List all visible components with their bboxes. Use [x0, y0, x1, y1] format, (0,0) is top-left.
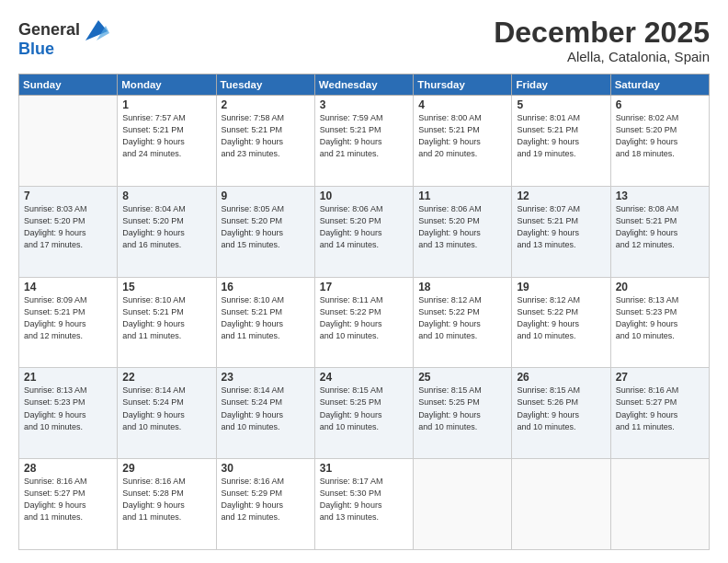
- day-info: Sunrise: 8:15 AM Sunset: 5:26 PM Dayligh…: [517, 385, 605, 432]
- day-number: 4: [418, 98, 506, 111]
- table-cell: 22Sunrise: 8:14 AM Sunset: 5:24 PM Dayli…: [118, 368, 216, 459]
- table-cell: 13Sunrise: 8:08 AM Sunset: 5:21 PM Dayli…: [610, 186, 709, 277]
- calendar-week-row: 7Sunrise: 8:03 AM Sunset: 5:20 PM Daylig…: [19, 186, 710, 277]
- day-info: Sunrise: 8:10 AM Sunset: 5:21 PM Dayligh…: [122, 294, 210, 342]
- day-number: 19: [517, 281, 605, 293]
- day-info: Sunrise: 8:16 AM Sunset: 5:27 PM Dayligh…: [24, 476, 112, 523]
- day-number: 6: [616, 98, 704, 111]
- day-number: 20: [616, 281, 704, 293]
- table-cell: 10Sunrise: 8:06 AM Sunset: 5:20 PM Dayli…: [314, 186, 413, 277]
- day-number: 29: [122, 462, 210, 475]
- table-cell: 30Sunrise: 8:16 AM Sunset: 5:29 PM Dayli…: [216, 459, 314, 550]
- logo: General Blue: [18, 17, 109, 59]
- calendar-week-row: 1Sunrise: 7:57 AM Sunset: 5:21 PM Daylig…: [19, 96, 710, 187]
- day-info: Sunrise: 8:15 AM Sunset: 5:25 PM Dayligh…: [320, 385, 408, 432]
- table-cell: [414, 459, 512, 550]
- day-number: 17: [320, 281, 408, 293]
- day-info: Sunrise: 8:03 AM Sunset: 5:20 PM Dayligh…: [24, 203, 112, 251]
- table-cell: 19Sunrise: 8:12 AM Sunset: 5:22 PM Dayli…: [512, 277, 610, 368]
- logo-icon: [82, 17, 109, 44]
- day-number: 22: [122, 371, 210, 384]
- day-number: 8: [122, 190, 210, 202]
- day-number: 9: [222, 190, 310, 202]
- day-number: 13: [616, 190, 704, 202]
- title-block: December 2025 Alella, Catalonia, Spain: [494, 17, 710, 64]
- day-number: 25: [418, 371, 506, 384]
- day-info: Sunrise: 8:01 AM Sunset: 5:21 PM Dayligh…: [517, 112, 605, 160]
- table-cell: 16Sunrise: 8:10 AM Sunset: 5:21 PM Dayli…: [216, 277, 314, 368]
- table-cell: 24Sunrise: 8:15 AM Sunset: 5:25 PM Dayli…: [314, 368, 413, 459]
- day-number: 27: [616, 371, 704, 384]
- day-number: 15: [122, 281, 210, 293]
- table-cell: [512, 459, 610, 550]
- day-info: Sunrise: 8:16 AM Sunset: 5:29 PM Dayligh…: [222, 476, 310, 523]
- table-cell: 25Sunrise: 8:15 AM Sunset: 5:25 PM Dayli…: [414, 368, 512, 459]
- day-number: 3: [320, 98, 408, 111]
- logo-text-line1: General: [18, 21, 80, 40]
- col-sunday: Sunday: [19, 75, 118, 96]
- day-number: 11: [418, 190, 506, 202]
- day-number: 16: [222, 281, 310, 293]
- day-number: 7: [24, 190, 112, 202]
- day-number: 31: [320, 462, 408, 475]
- calendar-week-row: 21Sunrise: 8:13 AM Sunset: 5:23 PM Dayli…: [19, 368, 710, 459]
- col-friday: Friday: [512, 75, 610, 96]
- day-info: Sunrise: 8:06 AM Sunset: 5:20 PM Dayligh…: [418, 203, 506, 251]
- calendar-header-row: Sunday Monday Tuesday Wednesday Thursday…: [19, 75, 710, 96]
- day-number: 2: [222, 98, 310, 111]
- calendar-table: Sunday Monday Tuesday Wednesday Thursday…: [18, 74, 710, 550]
- day-number: 14: [24, 281, 112, 293]
- table-cell: 8Sunrise: 8:04 AM Sunset: 5:20 PM Daylig…: [118, 186, 216, 277]
- header: General Blue December 2025 Alella, Catal…: [18, 17, 710, 64]
- table-cell: 3Sunrise: 7:59 AM Sunset: 5:21 PM Daylig…: [314, 96, 413, 187]
- day-number: 24: [320, 371, 408, 384]
- table-cell: [610, 459, 709, 550]
- table-cell: 12Sunrise: 8:07 AM Sunset: 5:21 PM Dayli…: [512, 186, 610, 277]
- table-cell: 9Sunrise: 8:05 AM Sunset: 5:20 PM Daylig…: [216, 186, 314, 277]
- day-info: Sunrise: 7:57 AM Sunset: 5:21 PM Dayligh…: [122, 112, 210, 160]
- day-info: Sunrise: 8:13 AM Sunset: 5:23 PM Dayligh…: [24, 385, 112, 432]
- table-cell: 14Sunrise: 8:09 AM Sunset: 5:21 PM Dayli…: [19, 277, 118, 368]
- table-cell: 5Sunrise: 8:01 AM Sunset: 5:21 PM Daylig…: [512, 96, 610, 187]
- table-cell: 18Sunrise: 8:12 AM Sunset: 5:22 PM Dayli…: [414, 277, 512, 368]
- table-cell: 26Sunrise: 8:15 AM Sunset: 5:26 PM Dayli…: [512, 368, 610, 459]
- day-info: Sunrise: 8:15 AM Sunset: 5:25 PM Dayligh…: [418, 385, 506, 432]
- day-info: Sunrise: 8:16 AM Sunset: 5:28 PM Dayligh…: [122, 476, 210, 523]
- page: General Blue December 2025 Alella, Catal…: [0, 0, 728, 563]
- table-cell: 31Sunrise: 8:17 AM Sunset: 5:30 PM Dayli…: [314, 459, 413, 550]
- day-info: Sunrise: 7:59 AM Sunset: 5:21 PM Dayligh…: [320, 112, 408, 160]
- day-number: 12: [517, 190, 605, 202]
- day-number: 1: [122, 98, 210, 111]
- table-cell: 11Sunrise: 8:06 AM Sunset: 5:20 PM Dayli…: [414, 186, 512, 277]
- day-number: 5: [517, 98, 605, 111]
- table-cell: 17Sunrise: 8:11 AM Sunset: 5:22 PM Dayli…: [314, 277, 413, 368]
- day-info: Sunrise: 8:16 AM Sunset: 5:27 PM Dayligh…: [616, 385, 704, 432]
- table-cell: 6Sunrise: 8:02 AM Sunset: 5:20 PM Daylig…: [610, 96, 709, 187]
- day-info: Sunrise: 8:13 AM Sunset: 5:23 PM Dayligh…: [616, 294, 704, 342]
- calendar-week-row: 28Sunrise: 8:16 AM Sunset: 5:27 PM Dayli…: [19, 459, 710, 550]
- table-cell: 21Sunrise: 8:13 AM Sunset: 5:23 PM Dayli…: [19, 368, 118, 459]
- day-info: Sunrise: 8:07 AM Sunset: 5:21 PM Dayligh…: [517, 203, 605, 251]
- day-info: Sunrise: 8:10 AM Sunset: 5:21 PM Dayligh…: [222, 294, 310, 342]
- day-info: Sunrise: 8:00 AM Sunset: 5:21 PM Dayligh…: [418, 112, 506, 160]
- day-number: 10: [320, 190, 408, 202]
- day-info: Sunrise: 8:17 AM Sunset: 5:30 PM Dayligh…: [320, 476, 408, 523]
- day-info: Sunrise: 8:04 AM Sunset: 5:20 PM Dayligh…: [122, 203, 210, 251]
- col-thursday: Thursday: [414, 75, 512, 96]
- day-info: Sunrise: 8:05 AM Sunset: 5:20 PM Dayligh…: [222, 203, 310, 251]
- table-cell: 4Sunrise: 8:00 AM Sunset: 5:21 PM Daylig…: [414, 96, 512, 187]
- day-number: 30: [222, 462, 310, 475]
- day-number: 26: [517, 371, 605, 384]
- day-info: Sunrise: 8:06 AM Sunset: 5:20 PM Dayligh…: [320, 203, 408, 251]
- day-number: 28: [24, 462, 112, 475]
- table-cell: 20Sunrise: 8:13 AM Sunset: 5:23 PM Dayli…: [610, 277, 709, 368]
- day-info: Sunrise: 8:02 AM Sunset: 5:20 PM Dayligh…: [616, 112, 704, 160]
- calendar-week-row: 14Sunrise: 8:09 AM Sunset: 5:21 PM Dayli…: [19, 277, 710, 368]
- table-cell: 15Sunrise: 8:10 AM Sunset: 5:21 PM Dayli…: [118, 277, 216, 368]
- day-info: Sunrise: 7:58 AM Sunset: 5:21 PM Dayligh…: [222, 112, 310, 160]
- col-tuesday: Tuesday: [216, 75, 314, 96]
- day-info: Sunrise: 8:14 AM Sunset: 5:24 PM Dayligh…: [122, 385, 210, 432]
- day-info: Sunrise: 8:14 AM Sunset: 5:24 PM Dayligh…: [222, 385, 310, 432]
- logo-text-line2: Blue: [18, 40, 54, 59]
- table-cell: 1Sunrise: 7:57 AM Sunset: 5:21 PM Daylig…: [118, 96, 216, 187]
